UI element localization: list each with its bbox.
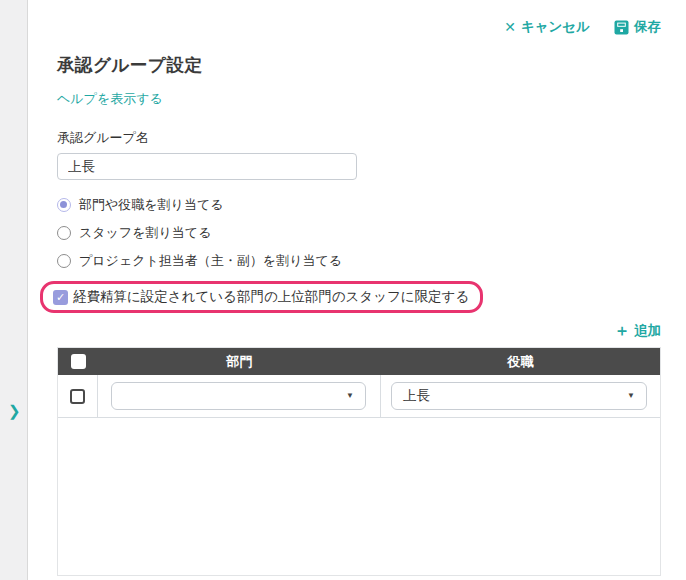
column-header-position: 役職	[381, 353, 660, 371]
radio-icon	[57, 226, 71, 240]
collapsed-sidebar	[0, 0, 28, 580]
page-title: 承認グループ設定	[57, 53, 661, 77]
position-select[interactable]: 上長 ▼	[391, 382, 647, 410]
cancel-button[interactable]: ✕ キャンセル	[504, 18, 590, 36]
plus-icon: ＋	[614, 323, 630, 339]
settings-panel: ✕ キャンセル 保存 承認グループ設定 ヘルプを表示する 承認グループ名 部門や…	[29, 0, 686, 580]
radio-label: 部門や役職を割り当てる	[79, 196, 224, 214]
header-checkbox-cell	[58, 354, 98, 369]
position-select-value: 上長	[403, 387, 430, 405]
department-select[interactable]: ▼	[111, 382, 366, 410]
radio-icon	[57, 198, 71, 212]
checkbox-checked-icon[interactable]: ✓	[53, 290, 68, 305]
cancel-label: キャンセル	[521, 18, 590, 36]
add-row-container: ＋ 追加	[57, 322, 661, 340]
group-name-label: 承認グループ名	[57, 129, 661, 147]
table-row: ▼ 上長 ▼	[58, 375, 660, 418]
action-bar: ✕ キャンセル 保存	[57, 18, 661, 36]
save-label: 保存	[634, 18, 661, 36]
save-button[interactable]: 保存	[614, 18, 661, 36]
row-checkbox-cell	[58, 375, 98, 417]
close-icon: ✕	[504, 20, 516, 34]
radio-icon	[57, 254, 71, 268]
assignment-type-radio-group: 部門や役職を割り当てる スタッフを割り当てる プロジェクト担当者（主・副）を割り…	[57, 191, 661, 275]
group-name-input[interactable]	[57, 153, 357, 180]
limit-checkbox-label: 経費精算に設定されている部門の上位部門のスタッフに限定する	[73, 288, 469, 306]
department-cell: ▼	[98, 375, 381, 417]
row-checkbox[interactable]	[70, 389, 85, 404]
approval-group-settings-page: { "colors": { "teal": "#1fa8a3", "table_…	[0, 0, 686, 580]
assignments-table: 部門 役職 ▼ 上長 ▼	[57, 347, 661, 576]
column-header-department: 部門	[98, 353, 381, 371]
add-label: 追加	[634, 322, 661, 340]
sidebar-expand-icon[interactable]: ❯	[8, 403, 21, 418]
chevron-down-icon: ▼	[627, 392, 635, 400]
radio-label: スタッフを割り当てる	[79, 224, 211, 242]
radio-assign-staff[interactable]: スタッフを割り当てる	[57, 219, 661, 247]
help-link[interactable]: ヘルプを表示する	[57, 90, 163, 108]
radio-assign-project-manager[interactable]: プロジェクト担当者（主・副）を割り当てる	[57, 247, 661, 275]
chevron-down-icon: ▼	[346, 392, 354, 400]
table-header: 部門 役職	[58, 348, 660, 375]
select-all-checkbox[interactable]	[71, 354, 86, 369]
table-empty-area	[58, 418, 660, 575]
radio-label: プロジェクト担当者（主・副）を割り当てる	[79, 252, 342, 270]
radio-assign-department[interactable]: 部門や役職を割り当てる	[57, 191, 661, 219]
limit-checkbox-highlight[interactable]: ✓ 経費精算に設定されている部門の上位部門のスタッフに限定する	[40, 281, 483, 313]
save-icon	[614, 20, 629, 35]
position-cell: 上長 ▼	[381, 375, 660, 417]
add-button[interactable]: ＋ 追加	[614, 322, 661, 340]
